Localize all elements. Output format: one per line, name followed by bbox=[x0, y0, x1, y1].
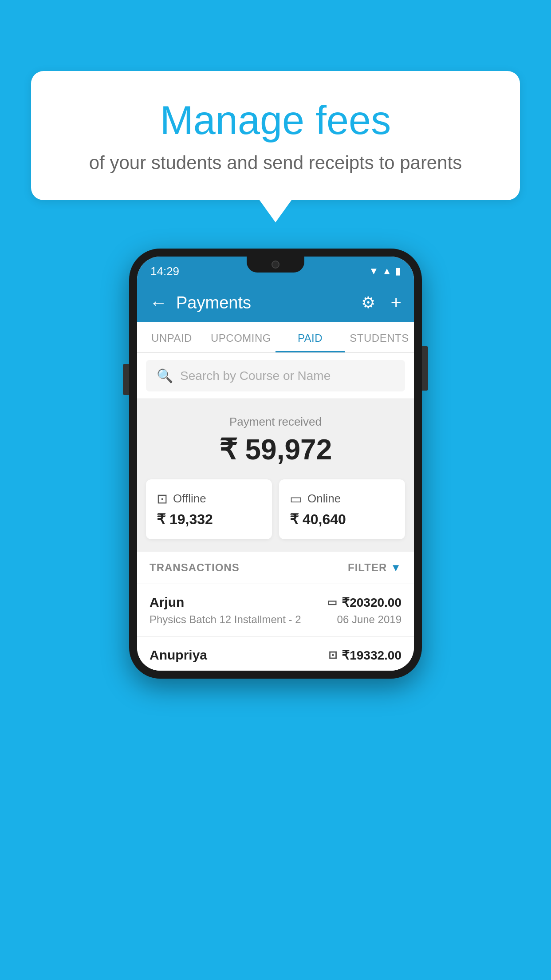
bubble-arrow bbox=[260, 200, 291, 222]
amount-cell: ⊡ ₹19332.00 bbox=[328, 648, 401, 663]
online-icon: ▭ bbox=[290, 491, 302, 506]
date-info: 06 June 2019 bbox=[337, 613, 401, 626]
back-button[interactable]: ← bbox=[150, 293, 167, 313]
status-time: 14:29 bbox=[150, 265, 179, 278]
search-box[interactable]: 🔍 Search by Course or Name bbox=[146, 360, 405, 391]
tab-unpaid[interactable]: UNPAID bbox=[137, 322, 206, 352]
tab-students[interactable]: STUDENTS bbox=[345, 322, 414, 352]
total-payment-amount: ₹ 59,972 bbox=[146, 433, 405, 466]
phone-notch bbox=[247, 257, 304, 273]
online-payment-card: ▭ Online ₹ 40,640 bbox=[279, 479, 405, 539]
transaction-amount: ₹19332.00 bbox=[342, 648, 401, 663]
transactions-label: TRANSACTIONS bbox=[150, 561, 240, 574]
payment-received-label: Payment received bbox=[146, 415, 405, 429]
signal-icon: ▲ bbox=[382, 265, 392, 277]
bubble-subtitle: of your students and send receipts to pa… bbox=[67, 152, 484, 174]
speech-bubble-wrapper: Manage fees of your students and send re… bbox=[31, 71, 520, 222]
table-row[interactable]: Anupriya ⊡ ₹19332.00 bbox=[137, 637, 414, 671]
bubble-title: Manage fees bbox=[67, 98, 484, 143]
payment-summary: Payment received ₹ 59,972 bbox=[137, 399, 414, 479]
tab-paid[interactable]: PAID bbox=[276, 322, 345, 352]
tab-upcoming[interactable]: UPCOMING bbox=[206, 322, 276, 352]
front-camera bbox=[272, 261, 279, 269]
table-row[interactable]: Arjun ▭ ₹20320.00 Physics Batch 12 Insta… bbox=[137, 584, 414, 637]
transaction-amount: ₹20320.00 bbox=[342, 595, 401, 610]
search-input[interactable]: Search by Course or Name bbox=[180, 369, 331, 383]
online-amount: ₹ 40,640 bbox=[290, 511, 394, 528]
card-payment-icon: ▭ bbox=[327, 596, 337, 609]
battery-icon: ▮ bbox=[395, 265, 401, 277]
phone-outer: 14:29 ▼ ▲ ▮ ← Payments ⚙ + UNPAID bbox=[129, 249, 422, 679]
student-name: Arjun bbox=[150, 595, 184, 610]
transactions-header: TRANSACTIONS FILTER ▼ bbox=[137, 552, 414, 584]
offline-label: Offline bbox=[173, 492, 206, 506]
online-label: Online bbox=[307, 492, 341, 506]
payment-cards: ⊡ Offline ₹ 19,332 ▭ Online ₹ 40,640 bbox=[137, 479, 414, 552]
offline-amount: ₹ 19,332 bbox=[157, 511, 261, 528]
phone-screen: 14:29 ▼ ▲ ▮ ← Payments ⚙ + UNPAID bbox=[137, 257, 414, 671]
filter-button[interactable]: FILTER ▼ bbox=[348, 561, 401, 574]
search-icon: 🔍 bbox=[157, 368, 173, 383]
filter-label: FILTER bbox=[348, 561, 387, 574]
tabs-container: UNPAID UPCOMING PAID STUDENTS bbox=[137, 322, 414, 353]
filter-icon: ▼ bbox=[390, 561, 401, 574]
course-info: Physics Batch 12 Installment - 2 bbox=[150, 613, 301, 626]
page-title: Payments bbox=[176, 293, 352, 312]
settings-icon[interactable]: ⚙ bbox=[361, 293, 375, 312]
offline-icon: ⊡ bbox=[157, 491, 168, 506]
student-name: Anupriya bbox=[150, 648, 207, 663]
add-button[interactable]: + bbox=[390, 292, 401, 313]
offline-payment-card: ⊡ Offline ₹ 19,332 bbox=[146, 479, 272, 539]
rupee-payment-icon: ⊡ bbox=[328, 649, 337, 661]
amount-cell: ▭ ₹20320.00 bbox=[327, 595, 401, 610]
status-icons: ▼ ▲ ▮ bbox=[369, 265, 401, 277]
app-header: ← Payments ⚙ + bbox=[137, 283, 414, 322]
speech-bubble: Manage fees of your students and send re… bbox=[31, 71, 520, 200]
wifi-icon: ▼ bbox=[369, 265, 378, 277]
search-container: 🔍 Search by Course or Name bbox=[137, 353, 414, 399]
phone-mockup: 14:29 ▼ ▲ ▮ ← Payments ⚙ + UNPAID bbox=[129, 249, 422, 679]
